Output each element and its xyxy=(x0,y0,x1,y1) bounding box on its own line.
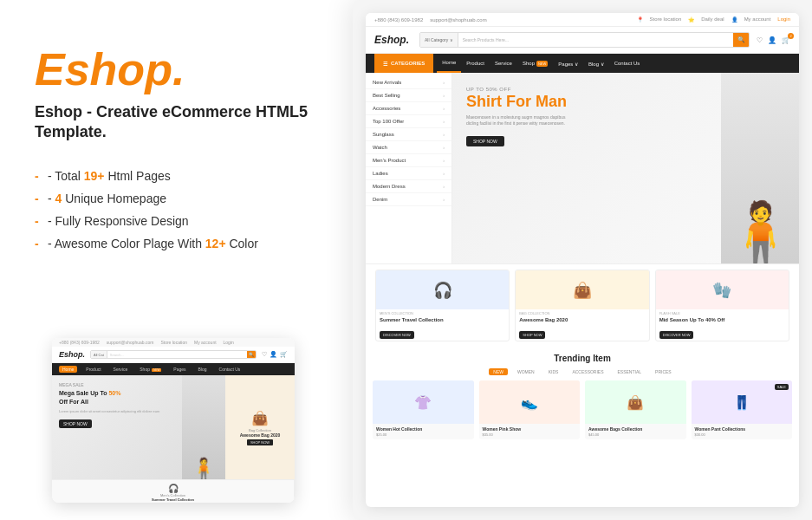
mockup-trending: Trending Item NEW WOMEN KIDS ACCESSORIES… xyxy=(366,347,799,446)
product-cta-travel[interactable]: DISCOVER NOW xyxy=(380,331,414,339)
nav-item-contact[interactable]: Contact Us xyxy=(609,54,646,73)
mockup-search-category[interactable]: All Category ∨ xyxy=(420,33,458,47)
sidebar-item-sunglass[interactable]: Sunglass › xyxy=(366,128,451,141)
sidebar-item-ladies[interactable]: Ladies › xyxy=(366,167,451,180)
feature-item: - Total 19+ Html Pages xyxy=(35,169,338,183)
product-cta-bag[interactable]: SHOP NOW xyxy=(519,331,545,339)
trending-tab-new[interactable]: NEW xyxy=(489,368,508,375)
small-hero-cta[interactable]: SHOP NOW xyxy=(59,419,92,428)
small-travel-cta[interactable]: DISCOVER NOW xyxy=(159,502,187,503)
feature-item: - Fully Responsive Design xyxy=(35,214,338,228)
sidebar-arrow: › xyxy=(443,119,445,124)
trending-sale-badge: SALE xyxy=(775,384,789,390)
small-mockup-logo: Eshop. xyxy=(59,350,85,359)
sidebar-arrow: › xyxy=(443,184,445,189)
mockup-header: Eshop. All Category ∨ Search Products He… xyxy=(366,27,799,54)
trending-img-women-pink: 👟 xyxy=(479,380,581,424)
small-hero-figure: 🧍 xyxy=(182,375,225,479)
trending-price-bags: $45.00 xyxy=(585,432,686,439)
product-label-travel: Men's Collection xyxy=(376,309,509,317)
trending-item-bags: 👜 Awesome Bags Collection $45.00 xyxy=(585,380,686,439)
topbar-phone: +880 (843) 609-1982 xyxy=(374,17,423,23)
trending-price-women-pant: $30.00 xyxy=(692,432,793,439)
small-person-icon: 🧍 xyxy=(191,458,217,479)
product-card-img-travel: 🎧 xyxy=(376,270,509,309)
sidebar-item-top-offer[interactable]: Top 100 Offer › xyxy=(366,115,451,128)
trending-tab-prices[interactable]: PRICES xyxy=(651,368,676,375)
mockup-header-logo: Eshop. xyxy=(374,34,409,46)
small-mockup-header: Eshop. All Cat Search... 🔍 ♡ 👤 🛒 xyxy=(52,347,295,363)
mockup-search-bar: All Category ∨ Search Products Here... 🔍 xyxy=(419,32,750,48)
trending-title: Trending Item xyxy=(373,354,792,363)
small-header-icons: ♡ 👤 🛒 xyxy=(262,351,288,358)
sidebar-item-modern-dress[interactable]: Modern Dress › xyxy=(366,180,451,193)
small-mockup-nav: Home Product Service Shop NEW Pages Blog… xyxy=(52,363,295,375)
small-topbar-login: Login xyxy=(224,340,234,345)
sidebar-arrow: › xyxy=(443,171,445,176)
trending-tab-accessories[interactable]: ACCESSORIES xyxy=(568,368,607,375)
sidebar-item-accessories[interactable]: Accessories › xyxy=(366,102,451,115)
cart-icon[interactable]: 🛒2 xyxy=(782,36,790,44)
product-cta-mid[interactable]: DISCOVER NOW xyxy=(659,331,694,339)
sidebar-arrow: › xyxy=(443,197,445,202)
small-search-cat: All Cat xyxy=(91,351,107,358)
sidebar-item-new-arrivals[interactable]: New Arrivals › xyxy=(366,76,451,89)
product-title-mid: Mid Season Up To 40% Off xyxy=(656,317,789,324)
product-card-bag: 👜 Bag Collection Awesome Bag 2020 SHOP N… xyxy=(515,270,649,341)
trending-items: 👚 Women Hot Collection $25.00 👟 Women Pi… xyxy=(373,380,792,439)
nav-categories[interactable]: ☰ CATEGORIES xyxy=(374,54,433,73)
brand-subtitle: Eshop - Creative eCommerce HTML5 Templat… xyxy=(35,102,338,143)
man-emoji: 🧍 xyxy=(723,203,798,263)
small-nav-new-badge: NEW xyxy=(152,368,161,372)
sidebar-item-best-selling[interactable]: Best Selling › xyxy=(366,89,451,102)
small-search-input: Search... xyxy=(107,353,247,357)
nav-item-service[interactable]: Service xyxy=(490,54,517,73)
small-nav-shop: Shop NEW xyxy=(136,366,165,373)
small-bag-cta[interactable]: SHOP NOW xyxy=(247,439,273,445)
mockup-search-input[interactable]: Search Products Here... xyxy=(458,33,733,47)
trending-tab-essential[interactable]: ESSENTIAL xyxy=(614,368,646,375)
mockup-nav: ☰ CATEGORIES Home Product Service Shop N… xyxy=(366,54,799,73)
small-headphones-emoji: 🎧 xyxy=(168,484,179,493)
mockup-sidebar: New Arrivals › Best Selling › Accessorie… xyxy=(366,73,452,263)
mockup-topbar-left: +880 (843) 609-1982 support@shophuab.com xyxy=(374,17,487,23)
sidebar-item-mens[interactable]: Men's Product › xyxy=(366,154,451,167)
nav-item-pages[interactable]: Pages ∨ xyxy=(553,54,583,73)
sidebar-item-denim[interactable]: Denim › xyxy=(366,193,451,206)
trending-tab-kids[interactable]: KIDS xyxy=(544,368,563,375)
nav-item-home[interactable]: Home xyxy=(437,54,461,73)
cart-badge: 2 xyxy=(788,33,794,39)
small-mockup-hero-section: MEGA SALE Mega Sale Up To 50%Off For All… xyxy=(52,375,182,479)
wishlist-icon[interactable]: ♡ xyxy=(757,36,763,44)
nav-item-blog[interactable]: Blog ∨ xyxy=(583,54,609,73)
topbar-login[interactable]: Login xyxy=(777,16,790,23)
hero-figure: 🧍 xyxy=(721,73,799,263)
hero-cta-button[interactable]: SHOP NOW xyxy=(466,136,504,146)
topbar-account: My account xyxy=(744,16,771,23)
features-list: - Total 19+ Html Pages - 4 Unique Homepa… xyxy=(35,169,338,250)
small-search-btn[interactable]: 🔍 xyxy=(247,351,256,358)
small-nav-contact: Contact Us xyxy=(216,366,244,373)
trending-price-women-pink: $35.00 xyxy=(479,432,581,439)
sidebar-item-watch[interactable]: Watch › xyxy=(366,141,451,154)
brand-title: Eshop. xyxy=(35,43,338,95)
small-nav-service: Service xyxy=(110,366,132,373)
feature-item: - Awesome Color Plage With 12+ Color xyxy=(35,237,338,250)
trending-name-bags: Awesome Bags Collection xyxy=(585,424,686,432)
small-nav-pages: Pages xyxy=(170,366,189,373)
mockup-topbar: +880 (843) 609-1982 support@shophuab.com… xyxy=(366,13,799,27)
small-mockup-body: MEGA SALE Mega Sale Up To 50%Off For All… xyxy=(52,375,295,479)
nav-item-product[interactable]: Product xyxy=(461,54,490,73)
sidebar-arrow: › xyxy=(443,145,445,150)
product-label-mid: Flash Sale xyxy=(656,309,789,317)
trending-tab-women[interactable]: WOMEN xyxy=(513,368,539,375)
trending-img-women-hot: 👚 xyxy=(373,380,474,424)
trending-price-women-hot: $25.00 xyxy=(373,432,474,439)
small-user-icon: 👤 xyxy=(270,351,277,358)
small-nav-home: Home xyxy=(59,366,77,373)
trending-name-women-pink: Women Pink Show xyxy=(479,424,581,432)
mockup-search-button[interactable]: 🔍 xyxy=(733,33,749,47)
mockup-topbar-right: 📍Store location ⭐Daily deal 👤My account … xyxy=(637,16,790,23)
nav-item-shop[interactable]: Shop NEW xyxy=(517,54,553,73)
user-icon[interactable]: 👤 xyxy=(768,36,776,44)
